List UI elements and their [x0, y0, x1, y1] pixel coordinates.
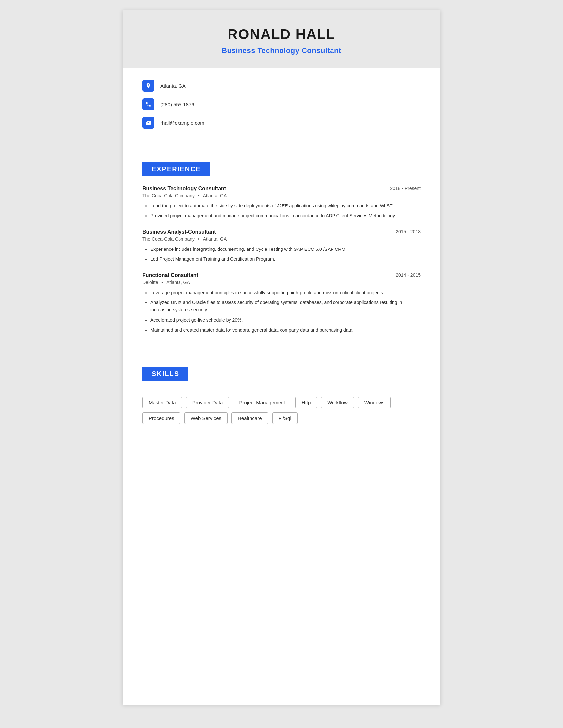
- job-header-2: Business Analyst-Consultant 2015 - 2018: [142, 229, 421, 235]
- job-title-1: Business Technology Consultant: [142, 186, 226, 192]
- skill-tag-plsql: Pl/Sql: [272, 412, 298, 424]
- job-header-1: Business Technology Consultant 2018 - Pr…: [142, 186, 421, 192]
- job-company-2: The Coca-Cola Company • Atlanta, GA: [142, 236, 421, 242]
- bullet-item: Lead the project to automate the side by…: [150, 202, 421, 209]
- skill-tag-procedures: Procedures: [142, 412, 180, 424]
- job-item-3: Functional Consultant 2014 - 2015 Deloit…: [142, 272, 421, 334]
- contact-phone: (280) 555-1876: [142, 98, 421, 110]
- job-bullets-2: Experience includes integrating, documen…: [142, 246, 421, 263]
- skill-tag-master-data: Master Data: [142, 397, 182, 408]
- resume-container: RONALD HALL Business Technology Consulta…: [122, 10, 441, 705]
- skills-section-label: SKILLS: [142, 367, 188, 381]
- skill-tag-project-management: Project Management: [233, 397, 291, 408]
- bullet-item: Led Project Management Training and Cert…: [150, 255, 421, 263]
- candidate-name: RONALD HALL: [142, 26, 421, 42]
- skills-top-divider: [139, 353, 424, 353]
- bullet-item: Leverage project management principles i…: [150, 289, 421, 296]
- candidate-title: Business Technology Consultant: [142, 46, 421, 55]
- contact-divider: [139, 149, 424, 149]
- job-title-2: Business Analyst-Consultant: [142, 229, 216, 235]
- phone-icon: [142, 98, 154, 110]
- job-item-1: Business Technology Consultant 2018 - Pr…: [142, 186, 421, 220]
- job-dates-3: 2014 - 2015: [396, 272, 421, 278]
- phone-text: (280) 555-1876: [160, 102, 194, 107]
- contact-location: Atlanta, GA: [142, 80, 421, 92]
- email-text: rhall@example.com: [160, 120, 204, 126]
- bottom-divider: [139, 437, 424, 437]
- skill-tag-healthcare: Healthcare: [231, 412, 268, 424]
- header-section: RONALD HALL Business Technology Consulta…: [122, 10, 441, 68]
- location-text: Atlanta, GA: [160, 83, 186, 89]
- job-dates-1: 2018 - Present: [390, 186, 421, 191]
- skills-tags-container: Master Data Provider Data Project Manage…: [142, 397, 421, 424]
- job-item-2: Business Analyst-Consultant 2015 - 2018 …: [142, 229, 421, 263]
- experience-section: EXPERIENCE Business Technology Consultan…: [122, 152, 441, 350]
- skills-section: SKILLS Master Data Provider Data Project…: [122, 357, 441, 437]
- bullet-item: Maintained and created master data for v…: [150, 326, 421, 334]
- skill-tag-windows: Windows: [358, 397, 391, 408]
- job-company-1: The Coca-Cola Company • Atlanta, GA: [142, 193, 421, 198]
- job-header-3: Functional Consultant 2014 - 2015: [142, 272, 421, 278]
- job-title-3: Functional Consultant: [142, 272, 198, 278]
- bullet-item: Accelerated project go-live schedule by …: [150, 316, 421, 324]
- bullet-item: Analyzed UNIX and Oracle files to assess…: [150, 299, 421, 314]
- skill-tag-web-services: Web Services: [184, 412, 227, 424]
- bullet-item: Provided project management and manage p…: [150, 212, 421, 219]
- skill-tag-provider-data: Provider Data: [186, 397, 229, 408]
- experience-section-label: EXPERIENCE: [142, 162, 210, 176]
- job-bullets-1: Lead the project to automate the side by…: [142, 202, 421, 220]
- email-icon: [142, 117, 154, 129]
- job-bullets-3: Leverage project management principles i…: [142, 289, 421, 334]
- bullet-item: Experience includes integrating, documen…: [150, 246, 421, 253]
- job-dates-2: 2015 - 2018: [396, 229, 421, 234]
- skill-tag-http: Http: [296, 397, 317, 408]
- location-icon: [142, 80, 154, 92]
- job-company-3: Deloitte • Atlanta, GA: [142, 280, 421, 285]
- skill-tag-workflow: Workflow: [321, 397, 354, 408]
- contact-section: Atlanta, GA (280) 555-1876 rhall@example…: [122, 68, 441, 145]
- contact-email: rhall@example.com: [142, 117, 421, 129]
